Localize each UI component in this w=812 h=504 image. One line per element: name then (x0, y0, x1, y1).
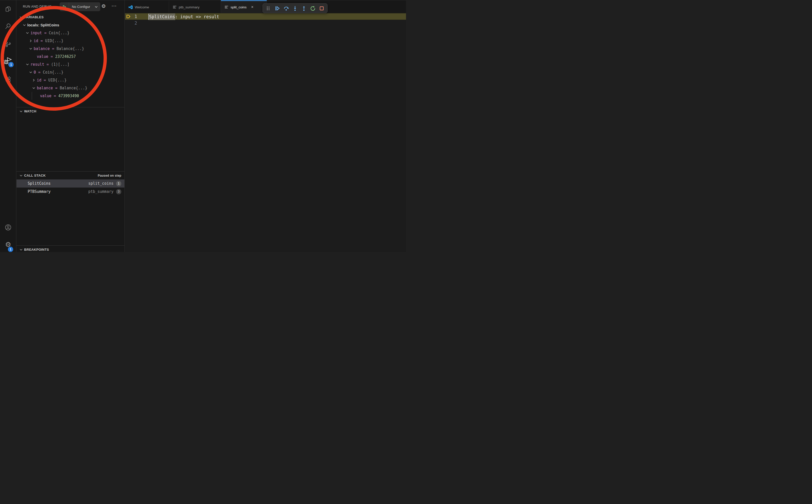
source-control-icon (5, 41, 11, 48)
debug-badge: 1 (8, 62, 14, 67)
sidebar-item-run-and-debug[interactable]: 1 (0, 55, 16, 68)
call-stack-section: CALL STACK Paused on step SplitCoinsspli… (16, 171, 124, 196)
chevron-down-icon (32, 86, 36, 90)
step-over-button[interactable] (283, 5, 289, 11)
indent-guide (32, 92, 32, 100)
line-number: 2 (135, 20, 137, 26)
watch-header[interactable]: WATCH (16, 107, 124, 115)
more-actions-icon[interactable]: ⋯ (111, 3, 117, 9)
tab-split-coins[interactable]: split_coins × (221, 0, 267, 13)
text-cursor (148, 14, 149, 20)
chevron-down-icon (19, 174, 23, 178)
vscode-window: 1 ⚙ 1 RUN AND DEBUG (0, 0, 406, 252)
variables-section: VARIABLES locals: SplitCoinsinput = Coin… (16, 13, 124, 100)
files-icon (5, 6, 11, 12)
debug-settings-gear-icon[interactable]: ⚙ (101, 4, 106, 9)
chevron-down-icon[interactable] (93, 5, 99, 9)
debug-current-line-icon (126, 14, 131, 19)
variables-scope-row[interactable]: locals: SplitCoins (16, 21, 124, 29)
gutter[interactable]: 1 (125, 13, 149, 20)
continue-button[interactable] (274, 5, 280, 11)
chevron-down-icon (25, 62, 29, 66)
toolbar-drag-grip[interactable] (265, 5, 271, 11)
frame-file: split_coins (88, 181, 113, 186)
variable-row[interactable]: input = Coin{...} (16, 29, 124, 37)
breakpoints-header[interactable]: BREAKPOINTS (16, 246, 124, 252)
variable-row[interactable]: id = UID{...} (16, 37, 124, 45)
step-out-button[interactable] (301, 5, 307, 11)
variables-header[interactable]: VARIABLES (16, 13, 124, 21)
code-text: SplitCoins: input => result (149, 13, 219, 20)
editor-group: Welcome ptb_summary split_coins × (125, 0, 406, 252)
variable-name: 0 (34, 70, 36, 75)
breakpoints-section: BREAKPOINTS (16, 245, 124, 252)
step-over-icon (283, 6, 289, 11)
stop-button[interactable] (319, 5, 325, 11)
restart-button[interactable] (310, 5, 316, 11)
line-number: 1 (135, 13, 137, 20)
step-into-button[interactable] (292, 5, 298, 11)
debug-toolbar (262, 3, 327, 13)
variable-row[interactable]: result = (1)[...] (16, 60, 124, 68)
chevron-down-icon (29, 70, 33, 74)
tab-welcome[interactable]: Welcome (125, 0, 169, 13)
call-stack-list: SplitCoinssplit_coins1PTBSummaryptb_summ… (16, 179, 124, 196)
variable-row[interactable]: value = 237246257 (16, 53, 124, 60)
chevron-down-icon (29, 47, 33, 51)
variable-row[interactable]: id = UID{...} (16, 76, 124, 84)
call-stack-frame[interactable]: PTBSummaryptb_summary3 (16, 188, 124, 196)
variable-row[interactable]: 0 = Coin{...} (16, 68, 124, 76)
tab-ptb-summary[interactable]: ptb_summary (169, 0, 221, 13)
launch-config-bar: No Configur (60, 2, 100, 11)
chevron-down-icon (19, 109, 23, 113)
sidebar-item-extensions[interactable] (0, 73, 16, 86)
variable-value: Balance{...} (57, 46, 84, 51)
variable-value: 237246257 (55, 54, 76, 59)
variable-name: input (30, 31, 42, 35)
play-icon (62, 5, 66, 9)
gutter[interactable]: 2 (125, 20, 149, 26)
frame-name: PTBSummary (28, 189, 88, 194)
variable-row[interactable]: balance = Balance{...} (16, 45, 124, 53)
chevron-right-icon (29, 39, 33, 43)
call-stack-frame[interactable]: SplitCoinssplit_coins1 (16, 179, 124, 188)
variable-value: Coin{...} (49, 31, 69, 35)
close-icon[interactable]: × (251, 5, 253, 9)
accounts-button[interactable] (0, 221, 16, 234)
variable-name: id (34, 39, 38, 43)
variable-row[interactable]: balance = Balance{...} (16, 84, 124, 92)
code-line-current: 1 SplitCoins: input => result (125, 13, 406, 20)
scope-label: locals: SplitCoins (27, 23, 59, 27)
account-icon (5, 224, 12, 231)
config-dropdown[interactable]: No Configur (69, 5, 93, 9)
step-out-icon (301, 6, 307, 11)
variable-value: Coin{...} (43, 70, 63, 75)
restart-icon (310, 6, 315, 11)
sidebar-header: RUN AND DEBUG No Configur ⚙ ⋯ (16, 0, 124, 13)
tab-label: ptb_summary (179, 5, 199, 9)
search-icon (5, 23, 11, 29)
frame-line-badge: 3 (116, 189, 121, 194)
variable-value: UID{...} (48, 78, 66, 82)
variable-value: UID{...} (45, 39, 63, 43)
sidebar-item-explorer[interactable] (0, 2, 16, 15)
stop-icon (319, 6, 324, 11)
variable-row[interactable]: value = 473993490 (16, 92, 124, 100)
sidebar-item-search[interactable] (0, 20, 16, 33)
sidebar-item-source-control[interactable] (0, 38, 16, 51)
continue-icon (274, 6, 280, 11)
variable-name: result (30, 62, 44, 67)
code-area[interactable]: 1 SplitCoins: input => result 2 (125, 13, 406, 252)
call-stack-header[interactable]: CALL STACK Paused on step (16, 172, 124, 179)
extensions-icon (5, 76, 12, 83)
frame-file: ptb_summary (88, 189, 113, 194)
chevron-down-icon (22, 23, 26, 27)
code-line: 2 (125, 20, 406, 26)
variables-tree: locals: SplitCoinsinput = Coin{...}id = … (16, 21, 124, 100)
frame-name: SplitCoins (28, 181, 88, 186)
variable-value: 473993490 (58, 94, 79, 98)
start-debug-button[interactable] (60, 2, 69, 11)
activity-bar: 1 ⚙ 1 (0, 0, 16, 252)
tab-label: Welcome (135, 5, 149, 9)
settings-button[interactable]: ⚙ 1 (0, 238, 16, 251)
